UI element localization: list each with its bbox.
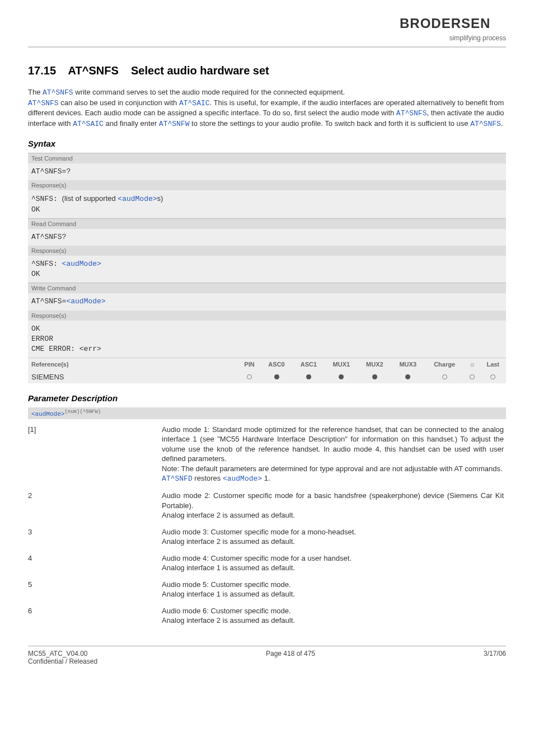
test-command-cmd: AT^SNFS=? [28,163,506,180]
read-command-block: Read Command AT^SNFS? Response(s) ^SNFS:… [28,218,506,283]
reference-block: Reference(s) PIN ASC0 ASC1 MUX1 MUX2 MUX… [28,358,506,383]
cmd-param: <audMode> [66,297,105,306]
val-mux3 [391,370,424,383]
footer-center: Page 418 of 475 [97,650,484,665]
reference-vendor: SIEMENS [28,370,238,383]
param-key: 2 [28,487,162,524]
param-desc-text: restores [193,474,223,482]
param-key: 6 [28,603,162,629]
table-row: 5 Audio mode 5: Customer specific mode. … [28,576,506,603]
resp-text: (list of supported [62,194,118,203]
reference-value-row: SIEMENS [28,370,506,383]
param-tag-header: <audMode>(num)(^SNFW) [28,407,506,419]
intro-code: AT^SNFS [28,99,59,107]
param-desc: Audio mode 5: Customer specific mode. An… [162,576,506,603]
val-charge [424,370,464,383]
col-asc0: ASC0 [260,358,292,370]
params-heading: Parameter Description [28,393,506,403]
intro-code: AT^SAIC [179,99,210,107]
footer-right: 3/17/06 [484,650,506,665]
val-last [480,370,506,383]
read-command-cmd: AT^SNFS? [28,229,506,246]
intro-code: AT^SNFW [159,120,190,128]
resp-code: ^SNFS: [31,260,62,268]
param-desc: Audio mode 6: Customer specific mode. An… [162,603,506,629]
col-asc1: ASC1 [293,358,325,370]
col-sun: ☼ [465,358,480,370]
dot-open-icon [470,374,475,379]
resp-cme: CME ERROR: <err> [31,345,101,353]
val-mux2 [358,370,391,383]
page-footer: MC55_ATC_V04.00 Confidential / Released … [28,646,506,665]
param-desc: Audio mode 4: Customer specific mode for… [162,550,506,576]
resp-ok: OK [31,270,40,278]
val-mux1 [325,370,358,383]
write-command-cmd: AT^SNFS=<audMode> [28,293,506,310]
param-desc: Audio mode 2: Customer specific mode for… [162,487,506,524]
intro-text: and finally enter [104,119,159,128]
dot-open-icon [247,374,252,379]
syntax-heading: Syntax [28,139,506,148]
resp-ok: OK [31,325,40,333]
param-desc-text: 1. [262,474,270,482]
brand-name: BRODERSEN [400,17,490,31]
intro-text: write command serves to set the audio mo… [73,88,345,96]
write-command-header: Write Command [28,283,506,293]
table-row: [1] Audio mode 1: Standard mode optimize… [28,421,506,487]
page-header: BRODERSEN simplifying process [28,17,506,48]
intro-paragraph: The AT^SNFS write command serves to set … [28,87,506,129]
param-key: 4 [28,550,162,576]
resp-text: s) [157,194,163,203]
dot-filled-icon [405,374,410,379]
test-response-body: ^SNFS: (list of supported <audMode>s) OK [28,190,506,218]
intro-code: AT^SNFS [43,88,73,97]
intro-text: . [501,119,503,128]
intro-text: The [28,88,43,96]
param-key: [1] [28,421,162,487]
col-mux2: MUX2 [358,358,391,370]
dot-filled-icon [306,374,311,379]
resp-param: <audMode> [62,260,101,268]
dot-filled-icon [339,374,344,379]
brand-block: BRODERSEN simplifying process [400,17,506,42]
dot-filled-icon [372,374,377,379]
param-sup: (num)(^SNFW) [64,409,101,415]
param-desc-text: Audio mode 1: Standard mode optimized fo… [162,425,504,473]
section-number: 17.15 [28,64,56,77]
param-desc: Audio mode 3: Customer specific mode for… [162,524,506,550]
col-mux3: MUX3 [391,358,424,370]
col-charge: Charge [424,358,464,370]
section-text: Select audio hardware set [131,64,269,77]
col-pin: PIN [238,358,261,370]
param-code: <audMode> [223,475,262,483]
brand-tagline: simplifying process [400,34,506,42]
resp-ok: OK [31,205,40,214]
table-row: 2 Audio mode 2: Customer specific mode f… [28,487,506,524]
reference-header: Reference(s) [28,358,238,370]
cmd-prefix: AT^SNFS= [31,297,66,306]
intro-text: to store the settings to your audio prof… [189,119,470,128]
val-sun [465,370,480,383]
write-response-body: OK ERROR CME ERROR: <err> [28,321,506,358]
section-title: 17.15 AT^SNFS Select audio hardware set [28,64,506,77]
param-tag: <audMode> [31,411,64,417]
brodersen-logo: BRODERSEN [400,17,506,31]
test-command-block: Test Command AT^SNFS=? Response(s) ^SNFS… [28,153,506,218]
param-key: 3 [28,524,162,550]
read-response-body: ^SNFS: <audMode> OK [28,256,506,283]
sun-icon: ☼ [469,360,475,368]
dot-open-icon [490,374,495,379]
footer-confidentiality: Confidential / Released [28,658,97,665]
footer-doc-id: MC55_ATC_V04.00 [28,650,88,658]
resp-code: ^SNFS: [31,195,62,203]
resp-error: ERROR [31,335,53,343]
read-response-header: Response(s) [28,246,506,256]
table-row: 4 Audio mode 4: Customer specific mode f… [28,550,506,576]
intro-code: AT^SAIC [73,120,104,128]
write-command-block: Write Command AT^SNFS=<audMode> Response… [28,283,506,358]
intro-code: AT^SNFS [396,109,427,118]
val-asc0 [260,370,292,383]
param-key: 5 [28,576,162,603]
test-command-header: Test Command [28,153,506,163]
intro-code: AT^SNFS [470,120,501,128]
